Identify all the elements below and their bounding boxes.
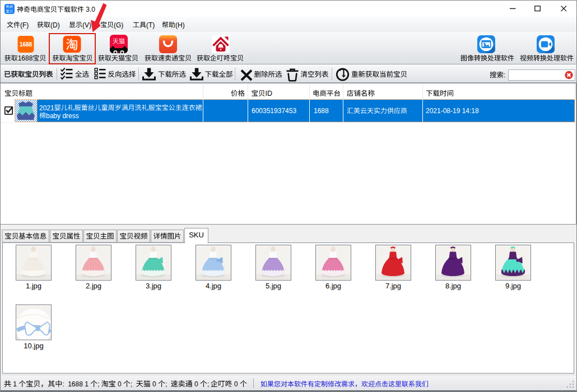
svg-text:14:18: 14:18 <box>462 107 479 115</box>
svg-text:0: 0 <box>234 380 238 388</box>
svg-text:;: ; <box>97 380 99 388</box>
svg-text:1688: 1688 <box>20 41 32 48</box>
svg-text:(H): (H) <box>175 21 185 29</box>
svg-text:ID: ID <box>266 90 273 97</box>
svg-text:;: ; <box>207 380 209 388</box>
svg-text:0: 0 <box>118 380 122 388</box>
svg-text:2021-08-19: 2021-08-19 <box>426 107 460 115</box>
svg-text:600351937453: 600351937453 <box>252 107 296 115</box>
svg-text:6.jpg: 6.jpg <box>325 282 341 290</box>
svg-text:(F): (F) <box>20 21 29 29</box>
svg-text:1688: 1688 <box>18 54 33 62</box>
svg-text:;: ; <box>165 380 167 388</box>
svg-text:1: 1 <box>13 380 17 388</box>
svg-text::: : <box>504 71 505 79</box>
svg-text:SKU: SKU <box>189 231 204 239</box>
svg-text:3.jpg: 3.jpg <box>146 282 161 290</box>
svg-text:0: 0 <box>194 380 198 388</box>
svg-text::: : <box>62 380 64 388</box>
svg-text:dress: dress <box>62 112 78 120</box>
svg-text:4.jpg: 4.jpg <box>206 282 221 290</box>
svg-text:0: 0 <box>152 380 156 388</box>
svg-text:1688: 1688 <box>68 380 83 388</box>
svg-text:3.0: 3.0 <box>86 6 95 13</box>
svg-text:baby: baby <box>46 112 61 120</box>
svg-text:7.jpg: 7.jpg <box>385 282 401 290</box>
svg-text:1688: 1688 <box>314 107 329 115</box>
svg-text:2.jpg: 2.jpg <box>86 282 101 290</box>
svg-text:(T): (T) <box>146 21 155 29</box>
svg-text:1: 1 <box>85 380 89 388</box>
svg-text:8.jpg: 8.jpg <box>445 282 461 290</box>
svg-text:5.jpg: 5.jpg <box>266 282 281 290</box>
svg-text:9.jpg: 9.jpg <box>505 282 521 290</box>
svg-text:(D): (D) <box>50 21 60 29</box>
svg-text:1.jpg: 1.jpg <box>26 282 41 290</box>
svg-text:;: ; <box>131 380 132 388</box>
svg-text:10.jpg: 10.jpg <box>24 342 43 350</box>
svg-text:(V): (V) <box>82 21 91 29</box>
svg-text:(G): (G) <box>114 21 123 29</box>
svg-text:2021: 2021 <box>39 104 54 112</box>
